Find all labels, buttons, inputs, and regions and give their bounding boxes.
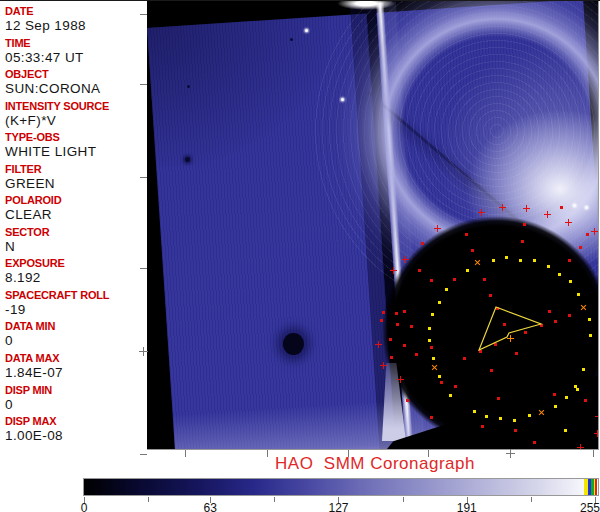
colorbar-tick-label: 127: [328, 501, 348, 512]
metadata-row: INTENSITY SOURCE(K+F)*V: [5, 99, 147, 131]
metadata-value: 12 Sep 1988: [5, 18, 147, 33]
left-axis-tick: [140, 454, 147, 455]
colorbar-reserved-stripe: [594, 479, 595, 495]
colorbar-reserved-stripe: [595, 479, 597, 495]
metadata-label: POLAROID: [5, 193, 147, 207]
metadata-value: GREEN: [5, 176, 147, 191]
metadata-label: DISP MIN: [5, 383, 147, 397]
metadata-value: 05:33:47 UT: [5, 50, 147, 65]
left-axis-tick: [140, 268, 147, 269]
annotation-polygon: [147, 1, 598, 449]
metadata-row: FILTERGREEN: [5, 162, 147, 194]
metadata-row: SPACECRAFT ROLL-19: [5, 288, 147, 320]
polygon-outline: [479, 307, 541, 350]
metadata-value: N: [5, 239, 147, 254]
metadata-row: EXPOSURE8.192: [5, 256, 147, 288]
metadata-label: DATE: [5, 4, 147, 18]
metadata-value: CLEAR: [5, 207, 147, 222]
metadata-value: 8.192: [5, 270, 147, 285]
metadata-label: EXPOSURE: [5, 256, 147, 270]
metadata-row: TIME05:33:47 UT: [5, 36, 147, 68]
metadata-value: (K+F)*V: [5, 113, 147, 128]
metadata-value: -19: [5, 302, 147, 317]
colorbar-tick-label: 255: [580, 501, 600, 512]
metadata-label: DISP MAX: [5, 414, 147, 428]
metadata-row: DATA MIN0: [5, 319, 147, 351]
metadata-label: TIME: [5, 36, 147, 50]
metadata-value: 0: [5, 397, 147, 412]
colorbar-tick-label: 63: [204, 501, 217, 512]
colorbar: [83, 478, 599, 496]
metadata-label: TYPE-OBS: [5, 130, 147, 144]
metadata-panel: DATE12 Sep 1988TIME05:33:47 UTOBJECTSUN:…: [0, 1, 147, 449]
colorbar-minor-tick: [148, 497, 149, 502]
metadata-label: OBJECT: [5, 67, 147, 81]
left-axis-tick: [140, 84, 147, 85]
metadata-row: DATE12 Sep 1988: [5, 4, 147, 36]
left-axis-tick: [140, 177, 147, 178]
colorbar-minor-tick: [531, 497, 532, 502]
metadata-value: 0: [5, 333, 147, 348]
colorbar-minor-tick: [403, 497, 404, 502]
metadata-label: INTENSITY SOURCE: [5, 99, 147, 113]
colorbar-reserved-stripe: [584, 479, 588, 495]
metadata-row: DISP MAX1.00E-08: [5, 414, 147, 446]
metadata-value: WHITE LIGHT: [5, 144, 147, 159]
plot-title: HAO SMM Coronagraph: [150, 454, 600, 474]
colorbar-minor-tick: [274, 497, 275, 502]
metadata-label: FILTER: [5, 162, 147, 176]
metadata-row: DISP MIN0: [5, 383, 147, 415]
metadata-row: TYPE-OBSWHITE LIGHT: [5, 130, 147, 162]
metadata-label: SECTOR: [5, 225, 147, 239]
metadata-row: OBJECTSUN:CORONA: [5, 67, 147, 99]
metadata-value: 1.84E-07: [5, 365, 147, 380]
coronagraph-viewer: DATE12 Sep 1988TIME05:33:47 UTOBJECTSUN:…: [0, 0, 600, 512]
metadata-value: SUN:CORONA: [5, 81, 147, 96]
metadata-label: SPACECRAFT ROLL: [5, 288, 147, 302]
colorbar-reserved-stripe: [591, 479, 594, 495]
coronagraph-image: [147, 1, 599, 450]
metadata-row: DATA MAX1.84E-07: [5, 351, 147, 383]
colorbar-reserved-stripe: [588, 479, 591, 495]
metadata-label: DATA MAX: [5, 351, 147, 365]
metadata-label: DATA MIN: [5, 319, 147, 333]
colorbar-tick-label: 0: [81, 501, 88, 512]
metadata-value: 1.00E-08: [5, 428, 147, 443]
metadata-row: SECTORN: [5, 225, 147, 257]
left-axis-tick: [140, 14, 147, 15]
left-axis-plus: [139, 347, 148, 356]
metadata-row: POLAROIDCLEAR: [5, 193, 147, 225]
colorbar-tick-label: 191: [457, 501, 477, 512]
